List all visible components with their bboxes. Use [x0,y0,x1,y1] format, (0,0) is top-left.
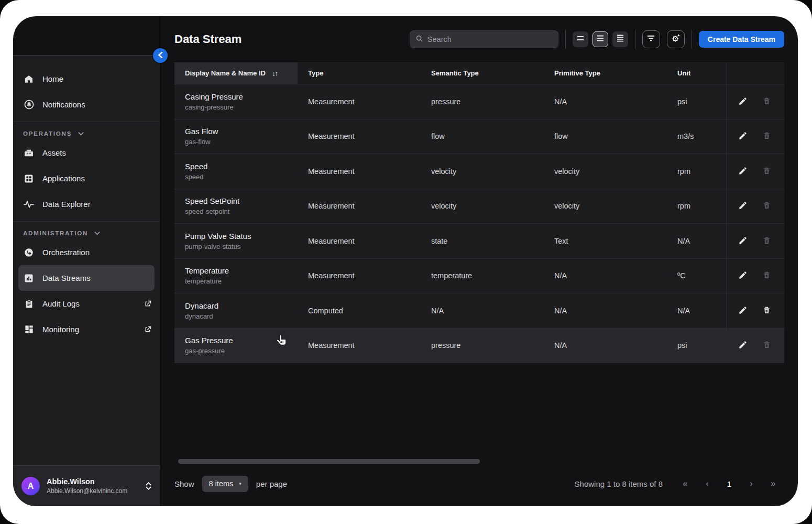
sidebar-item-assets[interactable]: Assets [13,140,160,166]
delete-icon[interactable] [762,201,773,211]
row-name-id: temperature [185,277,222,285]
row-unit: psi [667,84,726,119]
column-header-actions [726,62,784,84]
edit-icon[interactable] [738,201,749,211]
sidebar-section-administration[interactable]: ADMINISTRATION [13,223,160,239]
delete-icon[interactable] [762,270,773,281]
row-unit: N/A [667,224,726,258]
column-header-unit[interactable]: Unit [667,62,726,84]
edit-icon[interactable] [738,305,749,316]
density-compact-button[interactable] [612,31,628,47]
density-default-button[interactable] [592,31,608,47]
row-primitive-type: N/A [544,293,667,328]
table-row[interactable]: Speed SetPointspeed-setpointMeasurementv… [174,189,784,224]
row-display-name: Temperature [185,266,229,275]
row-primitive-type: flow [544,119,667,154]
sidebar-item-applications[interactable]: Applications [13,166,160,191]
current-page[interactable]: 1 [718,479,740,488]
sidebar-item-label: Data Streams [42,274,91,282]
sidebar-item-audit-logs[interactable]: Audit Logs [13,291,160,316]
row-semantic-type: pressure [421,329,544,363]
user-profile[interactable]: A Abbie.Wilson Abbie.Wilson@kelvininc.co… [13,465,160,506]
sidebar-logo-area [13,16,160,55]
column-header-primitive-type[interactable]: Primitive Type [544,62,667,84]
page-size-dropdown[interactable]: 8 items ▾ [202,476,248,492]
row-type: Measurement [298,154,421,189]
table-row[interactable]: DynacarddynacardComputedN/AN/AN/A [174,293,784,328]
caret-down-icon: ▾ [239,481,242,486]
waveform-icon [23,199,35,210]
sidebar-item-monitoring[interactable]: Monitoring [13,316,160,342]
table-row[interactable]: Pump Valve Statuspump-valve-statusMeasur… [174,223,784,258]
monitoring-icon [23,324,35,334]
page-title: Data Stream [174,32,242,46]
user-email: Abbie.Wilson@kelvininc.com [47,487,127,495]
next-page-button[interactable]: › [740,478,762,489]
clipboard-icon [23,299,35,309]
filter-button[interactable] [642,30,660,48]
table-row[interactable]: Gas Flowgas-flowMeasurementflowflowm3/s [174,119,784,154]
column-header-semantic-type[interactable]: Semantic Type [421,62,544,84]
sidebar-section-operations[interactable]: OPERATIONS [13,123,160,140]
sidebar-collapse-button[interactable] [153,48,168,63]
edit-icon[interactable] [738,270,749,281]
delete-icon[interactable] [762,166,773,177]
previous-page-button[interactable]: ‹ [696,478,718,489]
toolbar-divider [635,30,635,49]
home-icon [23,74,35,84]
row-type: Measurement [298,84,421,119]
row-primitive-type: velocity [544,154,667,189]
sort-arrows-icon[interactable]: ↓↑ [272,69,277,78]
row-semantic-type: velocity [421,189,544,224]
row-type: Measurement [298,224,421,258]
sidebar-item-data-streams[interactable]: Data Streams [18,265,155,291]
create-data-stream-button[interactable]: Create Data Stream [699,31,784,48]
search-input[interactable]: Search [410,30,558,48]
delete-icon[interactable] [762,305,773,316]
edit-icon[interactable] [738,236,749,246]
toolbar-divider [692,30,692,49]
sidebar-item-notifications[interactable]: Notifications [13,92,160,117]
last-page-button[interactable]: » [762,478,784,489]
table-row[interactable]: SpeedspeedMeasurementvelocityvelocityrpm [174,154,784,189]
table-row[interactable]: Casing Pressurecasing-pressureMeasuremen… [174,84,784,119]
row-semantic-type: temperature [421,259,544,293]
edit-icon[interactable] [738,131,749,141]
table-row[interactable]: TemperaturetemperatureMeasurementtempera… [174,258,784,293]
delete-icon[interactable] [762,131,773,141]
chevron-down-icon [78,130,84,137]
bar-chart-icon [23,273,35,283]
edit-icon[interactable] [738,166,749,177]
toolbar-divider [565,30,566,49]
delete-icon[interactable] [762,96,773,107]
sidebar-item-label: Home [42,74,63,83]
row-name-id: speed [185,173,203,181]
table-footer: Show 8 items ▾ per page Showing 1 to 8 i… [174,472,784,495]
delete-icon[interactable] [762,340,773,351]
edit-icon[interactable] [738,340,749,351]
row-display-name: Gas Pressure [185,336,233,345]
table-settings-button[interactable] [667,30,685,48]
sidebar-item-home[interactable]: Home [13,66,160,92]
edit-icon[interactable] [738,96,749,107]
column-header-type[interactable]: Type [298,62,421,84]
row-type: Measurement [298,119,421,154]
sidebar-item-orchestration[interactable]: Orchestration [13,239,160,265]
table-row[interactable]: Gas Pressuregas-pressureMeasurementpress… [174,328,784,363]
column-header-display-name[interactable]: Display Name & Name ID ↓↑ [174,62,298,84]
row-type: Measurement [298,189,421,224]
density-comfortable-button[interactable] [573,31,588,47]
items-summary: Showing 1 to 8 items of 8 [575,479,663,488]
app-window: Home Notifications OPERATIONS [13,16,798,506]
sidebar-item-label: Notifications [42,100,85,109]
expand-collapse-icon[interactable] [146,482,151,490]
delete-icon[interactable] [762,236,773,246]
sidebar-item-label: Assets [42,148,66,157]
avatar: A [21,477,40,495]
row-semantic-type: flow [421,119,544,154]
sidebar-item-data-explorer[interactable]: Data Explorer [13,191,160,217]
first-page-button[interactable]: « [674,478,696,489]
filter-icon [646,35,655,44]
applications-icon [23,173,35,184]
horizontal-scrollbar[interactable] [178,459,480,464]
